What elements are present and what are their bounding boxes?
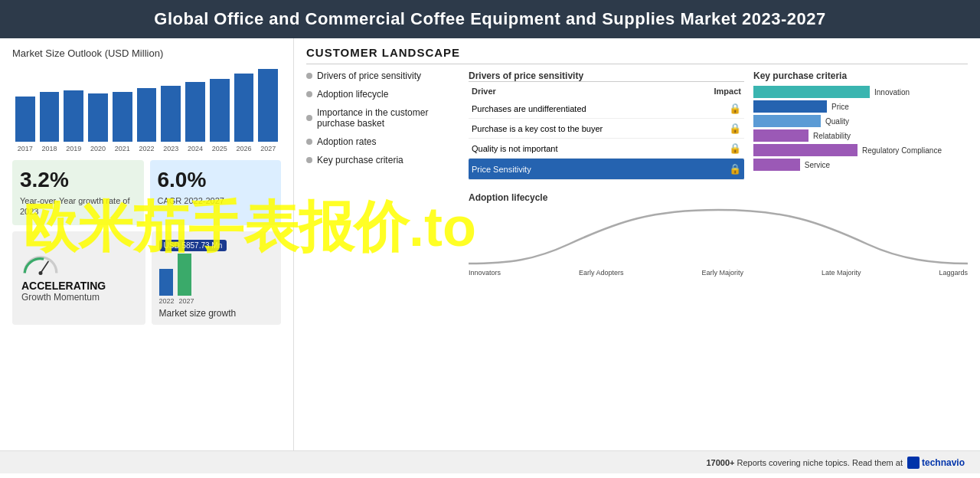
ps-section-title: Drivers of price sensitivity <box>469 70 744 82</box>
mini-bar-label-2027: 2027 <box>179 297 194 305</box>
bar-2023 <box>161 86 181 142</box>
bar-chart <box>12 65 281 142</box>
bar-label-2025: 2025 <box>210 145 230 152</box>
svg-line-0 <box>41 261 48 273</box>
left-panel: Market Size Outlook (USD Million) 201720… <box>0 38 294 450</box>
right-panel: CUSTOMER LANDSCAPE Drivers of price sens… <box>294 38 980 450</box>
cl-list-item-0: Drivers of price sensitivity <box>306 70 459 81</box>
bar-2024 <box>185 82 205 142</box>
kpc-bar-row-0: Innovation <box>753 86 968 98</box>
market-growth-card: USD 5857.73 Mn 2022 2027 Market size gro… <box>152 231 282 325</box>
ps-row-label-1: Purchase is a key cost to the buyer <box>472 124 603 133</box>
adoption-curve <box>469 206 968 267</box>
kpc-section: Key purchase criteria Innovation Price Q… <box>753 70 968 180</box>
mini-bar-chart <box>159 257 274 296</box>
ps-row-3: Price Sensitivity🔒 <box>469 159 744 180</box>
yoy-value: 3.2% <box>20 168 136 192</box>
yoy-label: Year-over-Year growth rate of 2023 <box>20 195 136 218</box>
cagr-value: 6.0% <box>158 168 274 192</box>
kpc-bar-label-5: Service <box>805 161 830 169</box>
bar-label-2024: 2024 <box>185 145 205 152</box>
cl-list-label-3: Adoption rates <box>317 136 376 147</box>
bar-label-2020: 2020 <box>88 145 108 152</box>
cl-list-label-0: Drivers of price sensitivity <box>317 70 421 81</box>
kpc-bar-fill-2 <box>753 115 821 127</box>
cl-main: Drivers of price sensitivityAdoption lif… <box>306 70 968 277</box>
kpc-bar-row-5: Service <box>753 159 968 171</box>
bar-label-2021: 2021 <box>113 145 132 152</box>
bar-2027 <box>258 69 278 142</box>
technavio-text: technavio <box>922 457 965 468</box>
cl-list-label-4: Key purchase criteria <box>317 155 403 165</box>
footer-text: 17000+ Reports covering niche topics. Re… <box>706 458 903 467</box>
mini-bar-label-2022: 2022 <box>159 297 175 305</box>
kpc-bar-label-4: Regulatory Compliance <box>862 146 942 155</box>
adoption-label-4: Laggards <box>939 269 968 277</box>
bar-2019 <box>64 90 83 142</box>
cl-list-item-1: Adoption lifecycle <box>306 89 459 100</box>
market-size-title: Market Size Outlook (USD Million) <box>12 47 281 59</box>
kpc-bar-fill-3 <box>753 129 808 142</box>
kpc-bar-label-2: Quality <box>825 117 849 126</box>
kpc-bar-row-3: Relatability <box>753 129 968 142</box>
cl-dot-1 <box>306 91 312 97</box>
mini-bar-2022 <box>159 269 173 296</box>
cl-list-item-2: Importance in the customer purchase bask… <box>306 107 459 129</box>
bar-label-2022: 2022 <box>137 145 157 152</box>
cl-list-label-1: Adoption lifecycle <box>317 89 388 100</box>
stats-row: 3.2% Year-over-Year growth rate of 2023 … <box>12 160 281 225</box>
bar-labels: 2017201820192020202120222023202420252026… <box>12 145 281 152</box>
market-growth-text: Market size growth <box>159 308 274 319</box>
adoption-title: Adoption lifecycle <box>469 192 968 203</box>
mini-bar-labels: 2022 2027 <box>159 297 274 305</box>
kpc-title: Key purchase criteria <box>753 70 968 81</box>
technavio-logo: technavio <box>907 457 965 469</box>
ps-rows: Purchases are undifferentiated🔒Purchase … <box>469 99 744 180</box>
cl-list-item-4: Key purchase criteria <box>306 155 459 165</box>
adoption-labels: InnovatorsEarly AdoptersEarly MajorityLa… <box>469 269 968 277</box>
adoption-label-1: Early Adopters <box>579 269 624 277</box>
bar-2021 <box>113 92 132 142</box>
bar-label-2017: 2017 <box>15 145 35 152</box>
kpc-bar-label-3: Relatability <box>813 132 851 140</box>
bar-2018 <box>40 92 60 142</box>
header-title: Global Office and Commercial Coffee Equi… <box>154 9 825 28</box>
kpc-bar-fill-0 <box>753 86 870 98</box>
bar-label-2019: 2019 <box>64 145 83 152</box>
cl-list: Drivers of price sensitivityAdoption lif… <box>306 70 459 277</box>
ps-row-label-3: Price Sensitivity <box>472 165 531 174</box>
cl-dot-3 <box>306 139 312 145</box>
accelerating-heading: ACCELERATING <box>21 280 106 292</box>
kpc-chart: Innovation Price Quality Relatability Re… <box>753 86 968 171</box>
ps-row-1: Purchase is a key cost to the buyer🔒 <box>469 119 744 139</box>
usd-badge: USD 5857.73 Mn <box>159 240 227 251</box>
adoption-label-3: Late Majority <box>822 269 861 277</box>
ps-row-2: Quality is not important🔒 <box>469 139 744 159</box>
ps-row-0: Purchases are undifferentiated🔒 <box>469 99 744 119</box>
bar-label-2018: 2018 <box>40 145 60 152</box>
cl-dot-0 <box>306 73 312 79</box>
bar-label-2027: 2027 <box>258 145 278 152</box>
cl-list-label-2: Importance in the customer purchase bask… <box>317 107 459 129</box>
accelerating-card: ACCELERATING Growth Momentum <box>12 231 145 325</box>
growth-momentum-label: Growth Momentum <box>21 292 100 303</box>
adoption-label-2: Early Majority <box>701 269 743 277</box>
technavio-icon <box>907 457 920 469</box>
ps-lock-3: 🔒 <box>729 163 741 175</box>
bar-2022 <box>137 88 157 142</box>
cagr-label: CAGR 2022-2027 <box>158 195 274 206</box>
price-sensitivity-section: Drivers of price sensitivity Driver Impa… <box>469 70 744 180</box>
page-header: Global Office and Commercial Coffee Equi… <box>0 0 980 38</box>
kpc-bar-fill-4 <box>753 144 858 156</box>
footer-bold-part: 17000+ <box>706 458 734 467</box>
speedometer-icon <box>21 254 60 277</box>
bar-2025 <box>210 79 230 142</box>
bar-label-2026: 2026 <box>234 145 254 152</box>
cl-right: Drivers of price sensitivity Driver Impa… <box>469 70 968 277</box>
ps-lock-1: 🔒 <box>729 123 741 134</box>
cl-top-row: Drivers of price sensitivity Driver Impa… <box>469 70 968 180</box>
kpc-bar-label-0: Innovation <box>874 88 910 97</box>
main-content: Market Size Outlook (USD Million) 201720… <box>0 38 980 450</box>
cagr-card: 6.0% CAGR 2022-2027 <box>150 160 282 225</box>
bar-2026 <box>234 74 254 142</box>
